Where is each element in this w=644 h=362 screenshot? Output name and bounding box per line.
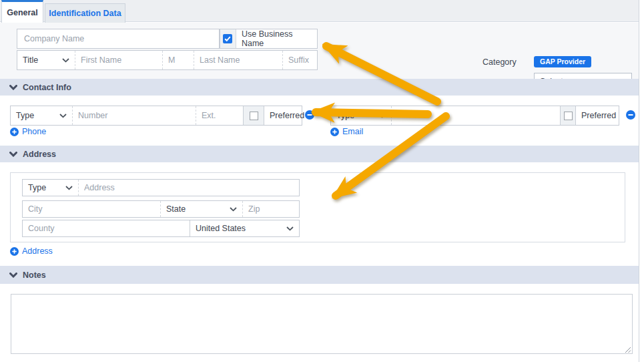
- email-type-value: Type: [336, 111, 354, 120]
- email-address-input[interactable]: [391, 106, 560, 125]
- add-email-label: Email: [342, 127, 363, 136]
- minus-circle-icon: [626, 110, 635, 120]
- phone-preferred-label: Preferred: [264, 106, 302, 125]
- remove-email-button[interactable]: [626, 110, 635, 120]
- chevron-down-icon: [230, 207, 237, 212]
- general-tab-panel: Use Business Name Title Category GAP Pro…: [0, 23, 639, 79]
- contact-form-page: General Identification Data Use Business…: [0, 0, 644, 362]
- notes-textarea[interactable]: [11, 294, 633, 354]
- email-type-select[interactable]: Type: [331, 106, 391, 125]
- county-country-row: United States: [22, 220, 300, 237]
- minus-circle-icon: [305, 110, 314, 120]
- address-group: Type State United States: [10, 172, 625, 242]
- email-row: Type Preferred: [330, 106, 619, 126]
- add-phone-button[interactable]: Phone: [10, 127, 46, 136]
- notes-section-title: Notes: [23, 270, 46, 280]
- country-select-value: United States: [196, 224, 246, 233]
- checkbox-unchecked-icon: [564, 112, 573, 120]
- address-type-value: Type: [28, 183, 46, 192]
- county-input[interactable]: [23, 220, 190, 236]
- chevron-down-icon: [286, 226, 294, 231]
- address-line-row: Type: [22, 179, 300, 196]
- contact-info-section-title: Contact Info: [23, 83, 71, 92]
- title-select-value: Title: [23, 55, 38, 65]
- category-label: Category: [482, 57, 517, 67]
- collapse-chevron-icon: [9, 273, 17, 278]
- chevron-down-icon: [378, 114, 386, 118]
- use-business-name-label: Use Business Name: [236, 29, 317, 48]
- country-select[interactable]: United States: [190, 220, 299, 236]
- phone-preferred-checkbox[interactable]: [243, 106, 264, 125]
- phone-row: Type Preferred: [10, 106, 302, 126]
- phone-type-value: Type: [16, 111, 34, 120]
- remove-phone-button[interactable]: [305, 110, 314, 120]
- last-name-input[interactable]: [194, 51, 282, 69]
- plus-circle-icon: [10, 128, 19, 136]
- person-name-row: Title: [17, 50, 318, 70]
- phone-number-input[interactable]: [72, 106, 196, 125]
- address-section-title: Address: [23, 150, 56, 159]
- first-name-input[interactable]: [75, 51, 162, 69]
- middle-initial-input[interactable]: [162, 51, 194, 69]
- address-street-input[interactable]: [78, 180, 299, 196]
- city-input[interactable]: [23, 201, 160, 217]
- contact-info-section-header[interactable]: Contact Info: [0, 79, 639, 96]
- tab-general-label: General: [7, 8, 38, 17]
- state-select[interactable]: State: [160, 201, 242, 217]
- company-name-input[interactable]: [17, 29, 220, 49]
- collapse-chevron-icon: [9, 85, 17, 90]
- resize-handle-icon[interactable]: [624, 346, 631, 353]
- add-email-button[interactable]: Email: [330, 127, 363, 136]
- tab-general[interactable]: General: [1, 0, 43, 23]
- checkbox-unchecked-icon: [250, 112, 258, 120]
- add-address-button[interactable]: Address: [10, 246, 53, 256]
- plus-circle-icon: [330, 128, 339, 136]
- tab-identification-label: Identification Data: [49, 9, 121, 18]
- email-preferred-checkbox[interactable]: [560, 106, 576, 125]
- tab-identification-data[interactable]: Identification Data: [45, 3, 125, 23]
- collapse-chevron-icon: [9, 152, 17, 157]
- use-business-name-checkbox[interactable]: [220, 29, 236, 48]
- chevron-down-icon: [62, 58, 69, 63]
- address-type-select[interactable]: Type: [23, 180, 78, 196]
- zip-input[interactable]: [242, 201, 299, 217]
- add-phone-label: Phone: [22, 127, 46, 136]
- notes-section-header[interactable]: Notes: [0, 266, 639, 284]
- title-select[interactable]: Title: [17, 51, 75, 69]
- category-badge[interactable]: GAP Provider: [534, 56, 591, 67]
- use-business-name-group: Use Business Name: [220, 29, 318, 49]
- state-select-value: State: [166, 204, 186, 214]
- email-preferred-label: Preferred: [576, 106, 619, 125]
- plus-circle-icon: [10, 247, 19, 256]
- city-state-zip-row: State: [22, 200, 300, 218]
- chevron-down-icon: [65, 186, 73, 190]
- checkbox-checked-icon: [223, 34, 232, 43]
- suffix-input[interactable]: [282, 51, 317, 69]
- phone-ext-input[interactable]: [196, 106, 243, 125]
- address-section-header[interactable]: Address: [0, 146, 639, 162]
- panel-right-border: [639, 0, 639, 362]
- tab-bar: General Identification Data: [0, 0, 639, 22]
- phone-type-select[interactable]: Type: [11, 106, 72, 125]
- add-address-label: Address: [22, 246, 53, 256]
- chevron-down-icon: [59, 114, 67, 118]
